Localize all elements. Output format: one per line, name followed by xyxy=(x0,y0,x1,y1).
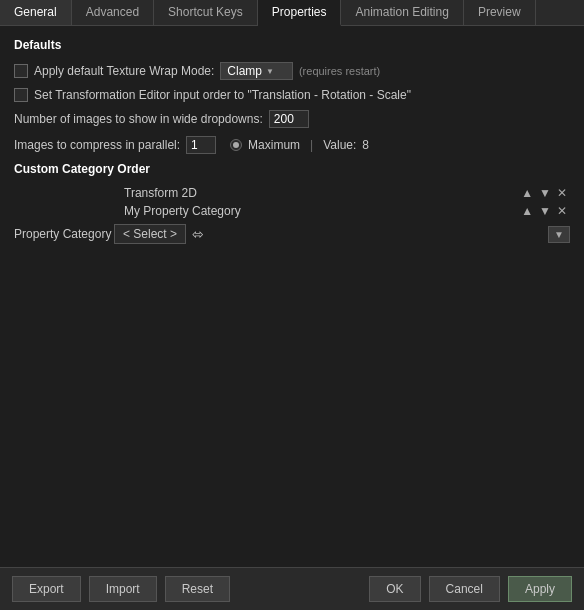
property-category-row: Property Category < Select > ⬄ ▼ xyxy=(14,224,570,244)
import-button[interactable]: Import xyxy=(89,576,157,602)
tab-preview[interactable]: Preview xyxy=(464,0,536,25)
ok-button[interactable]: OK xyxy=(369,576,420,602)
reset-button[interactable]: Reset xyxy=(165,576,230,602)
transform-row: Set Transformation Editor input order to… xyxy=(14,88,570,102)
divider: | xyxy=(310,138,313,152)
footer: Export Import Reset OK Cancel Apply xyxy=(0,567,584,610)
tab-shortcut-keys[interactable]: Shortcut Keys xyxy=(154,0,258,25)
property-category-select-button[interactable]: < Select > xyxy=(114,224,186,244)
compress-radio-maximum[interactable] xyxy=(230,139,242,151)
tab-advanced[interactable]: Advanced xyxy=(72,0,154,25)
tab-properties[interactable]: Properties xyxy=(258,0,342,26)
category-row-myproperty: My Property Category ▲ ▼ ✕ xyxy=(14,202,570,220)
wrap-mode-checkbox[interactable] xyxy=(14,64,28,78)
myproperty-up-button[interactable]: ▲ xyxy=(518,205,536,217)
compress-input[interactable] xyxy=(186,136,216,154)
transform-checkbox[interactable] xyxy=(14,88,28,102)
category-name-transform2d: Transform 2D xyxy=(14,186,518,200)
category-list: Transform 2D ▲ ▼ ✕ My Property Category … xyxy=(14,184,570,220)
category-row-transform2d: Transform 2D ▲ ▼ ✕ xyxy=(14,184,570,202)
myproperty-down-button[interactable]: ▼ xyxy=(536,205,554,217)
images-wide-row: Number of images to show in wide dropdow… xyxy=(14,110,570,128)
property-category-dropdown-button[interactable]: ▼ xyxy=(548,226,570,243)
myproperty-remove-button[interactable]: ✕ xyxy=(554,204,570,218)
transform2d-remove-button[interactable]: ✕ xyxy=(554,186,570,200)
images-wide-label: Number of images to show in wide dropdow… xyxy=(14,112,263,126)
apply-button[interactable]: Apply xyxy=(508,576,572,602)
cursor-icon: ⬄ xyxy=(192,226,204,242)
property-category-label: Property Category xyxy=(14,227,114,241)
value-number: 8 xyxy=(362,138,369,152)
category-name-myproperty: My Property Category xyxy=(14,204,518,218)
custom-category-title: Custom Category Order xyxy=(14,162,570,176)
tab-animation-editing[interactable]: Animation Editing xyxy=(341,0,463,25)
wrap-mode-row: Apply default Texture Wrap Mode: Clamp (… xyxy=(14,62,570,80)
main-content: Defaults Apply default Texture Wrap Mode… xyxy=(0,26,584,256)
transform2d-up-button[interactable]: ▲ xyxy=(518,187,536,199)
compress-label: Images to compress in parallel: xyxy=(14,138,180,152)
tab-bar: General Advanced Shortcut Keys Propertie… xyxy=(0,0,584,26)
images-wide-input[interactable] xyxy=(269,110,309,128)
compress-row: Images to compress in parallel: Maximum … xyxy=(14,136,570,154)
defaults-title: Defaults xyxy=(14,38,570,52)
compress-radio-label: Maximum xyxy=(248,138,300,152)
wrap-mode-label: Apply default Texture Wrap Mode: xyxy=(34,64,214,78)
tab-general[interactable]: General xyxy=(0,0,72,25)
transform2d-down-button[interactable]: ▼ xyxy=(536,187,554,199)
cancel-button[interactable]: Cancel xyxy=(429,576,500,602)
export-button[interactable]: Export xyxy=(12,576,81,602)
wrap-mode-dropdown[interactable]: Clamp xyxy=(220,62,293,80)
compress-radio-group: Maximum xyxy=(230,138,300,152)
value-label: Value: xyxy=(323,138,356,152)
transform-label: Set Transformation Editor input order to… xyxy=(34,88,411,102)
wrap-mode-note: (requires restart) xyxy=(299,65,380,77)
